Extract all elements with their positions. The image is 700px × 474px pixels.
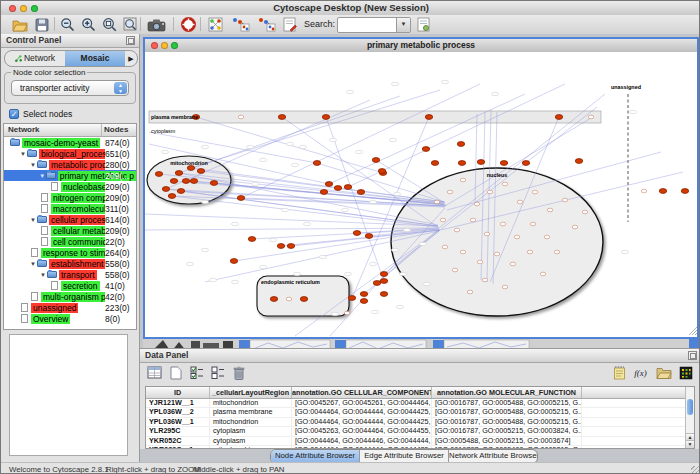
attribute-matrix-button[interactable]	[677, 364, 694, 381]
disclosure-triangle-icon[interactable]: ▼	[40, 272, 47, 278]
network-node[interactable]	[278, 115, 285, 120]
disclosure-triangle-icon[interactable]: ▼	[20, 151, 27, 157]
table-row[interactable]: YKR052Ccytoplasm[GO:0044464, GO:0044446,…	[146, 437, 694, 446]
network-node[interactable]	[380, 272, 387, 277]
network-node[interactable]	[360, 292, 367, 297]
tree-row[interactable]: secretion41(0)	[4, 280, 136, 291]
table-cell[interactable]: cytoplasm	[210, 437, 292, 445]
network-node[interactable]	[360, 299, 367, 304]
network-node[interactable]	[659, 189, 666, 194]
annotation-button[interactable]	[281, 16, 299, 33]
network-node[interactable]	[547, 208, 553, 212]
network-edge[interactable]	[179, 96, 400, 173]
tree-row[interactable]: ▼biological_process651(0)	[4, 148, 136, 159]
tree-row[interactable]: cell communicat22(0)	[4, 236, 136, 247]
network-node[interactable]	[182, 179, 189, 184]
network-node[interactable]	[237, 196, 244, 201]
network-node[interactable]	[442, 245, 448, 249]
more-tabs-arrow-icon[interactable]: ▶	[125, 51, 137, 66]
select-nodes-checkbox[interactable]: ✓	[9, 109, 19, 119]
network-node[interactable]	[440, 218, 446, 222]
float-panel-icon[interactable]	[126, 36, 135, 45]
zoom-selected-region-button[interactable]	[100, 16, 118, 33]
table-scrollbar[interactable]: ▲ ▼	[685, 387, 694, 448]
table-cell[interactable]: plasma membrane	[210, 408, 292, 416]
select-attributes-button[interactable]	[188, 364, 205, 381]
network-node[interactable]	[460, 178, 466, 182]
network-node[interactable]	[348, 296, 355, 301]
table-cell[interactable]: YDR039C__1	[146, 446, 210, 449]
network-node[interactable]	[641, 189, 647, 193]
network-tree-header[interactable]: Network Nodes	[4, 124, 136, 137]
create-new-attribute-button[interactable]	[167, 364, 184, 381]
delete-attribute-button[interactable]	[230, 364, 247, 381]
network-node[interactable]	[270, 297, 277, 302]
network-node[interactable]	[487, 190, 493, 194]
network-node[interactable]	[447, 190, 453, 194]
table-cell[interactable]: [GO:0045263, GO:0044464, GO:0044455, G..…	[292, 427, 432, 435]
search-dropdown-icon[interactable]: ▼	[396, 18, 410, 32]
window-resize-grip[interactable]	[689, 327, 697, 335]
network-node[interactable]	[187, 166, 194, 171]
network-overview-button[interactable]	[206, 16, 224, 33]
birds-eye-view[interactable]	[9, 334, 128, 456]
network-node[interactable]	[477, 260, 483, 264]
tree-row[interactable]: nitrogen compo209(0)	[4, 192, 136, 203]
table-cell[interactable]: YKR052C	[146, 437, 210, 445]
network-node[interactable]	[286, 297, 292, 301]
apply-layout-b-button[interactable]	[255, 16, 277, 33]
attribute-table-header[interactable]: ID_cellularLayoutRegionannotation.GO CEL…	[146, 387, 694, 399]
tree-row[interactable]: ▼establishment of lo558(0)	[4, 258, 136, 269]
tree-row[interactable]: ▼primary metabolic p209(...	[4, 170, 136, 181]
network-node[interactable]	[378, 169, 385, 174]
network-node[interactable]	[502, 285, 508, 289]
attribute-editor-button[interactable]	[611, 364, 628, 381]
combo-stepper-icon[interactable]: ▲▼	[114, 82, 127, 94]
table-cell[interactable]: YPL036W__2	[146, 408, 210, 416]
network-node[interactable]	[517, 200, 523, 204]
table-cell[interactable]: [GO:0016787, GO:0005215, GO:0003824, G..…	[432, 427, 582, 435]
unselect-attributes-button[interactable]	[209, 364, 226, 381]
table-cell[interactable]: YLR295C	[146, 427, 210, 435]
help-button[interactable]	[179, 16, 197, 33]
zoom-out-button[interactable]	[58, 16, 76, 33]
table-column-header[interactable]: ID	[146, 387, 210, 398]
float-panel-icon[interactable]	[688, 351, 697, 360]
network-node[interactable]	[168, 194, 175, 199]
tree-row[interactable]: nucleobase-209(0)	[4, 181, 136, 192]
network-node[interactable]	[532, 190, 538, 194]
network-node[interactable]	[467, 290, 473, 294]
table-cell[interactable]: mitochondrion	[210, 399, 292, 407]
network-node[interactable]	[588, 115, 594, 119]
table-cell[interactable]: [GO:0016787, GO:0005488, GO:0005215, G..…	[432, 418, 582, 426]
network-node[interactable]	[500, 222, 506, 226]
network-node[interactable]	[170, 179, 177, 184]
function-builder-button[interactable]: f(x)	[632, 364, 649, 381]
network-node[interactable]	[482, 278, 488, 282]
network-node[interactable]	[470, 218, 476, 222]
network-node[interactable]	[373, 281, 380, 286]
network-node[interactable]	[434, 200, 440, 204]
table-cell[interactable]: YJR121W__1	[146, 399, 210, 407]
network-node[interactable]	[477, 160, 484, 165]
network-node[interactable]	[562, 198, 568, 202]
table-row[interactable]: YJR121W__1mitochondrion[GO:0045267, GO:0…	[146, 399, 694, 408]
table-cell[interactable]: [GO:0016787, GO:0005488, GO:0005215, G..…	[432, 399, 582, 407]
network-node[interactable]	[522, 161, 529, 166]
network-snapshot-button[interactable]	[145, 16, 167, 33]
tree-row[interactable]: unassigned223(0)	[4, 302, 136, 313]
network-node[interactable]	[425, 115, 432, 120]
network-node[interactable]	[325, 182, 332, 187]
network-canvas[interactable]: plasma membranecytoplasmmitochondrionnuc…	[145, 52, 697, 337]
search-input[interactable]: ▼	[337, 17, 411, 33]
network-node[interactable]	[544, 235, 550, 239]
network-node[interactable]	[353, 231, 360, 236]
table-cell[interactable]: cytoplasm	[210, 427, 292, 435]
network-node[interactable]	[431, 161, 438, 166]
network-window-titlebar[interactable]: primary metabolic process	[145, 39, 697, 53]
network-node[interactable]	[230, 259, 237, 264]
network-node[interactable]	[540, 272, 546, 276]
table-cell[interactable]: [GO:0005488, GO:0005215, GO:0003674]	[432, 437, 582, 445]
scroll-down-icon[interactable]: ▼	[686, 440, 694, 448]
network-node[interactable]	[365, 234, 372, 239]
